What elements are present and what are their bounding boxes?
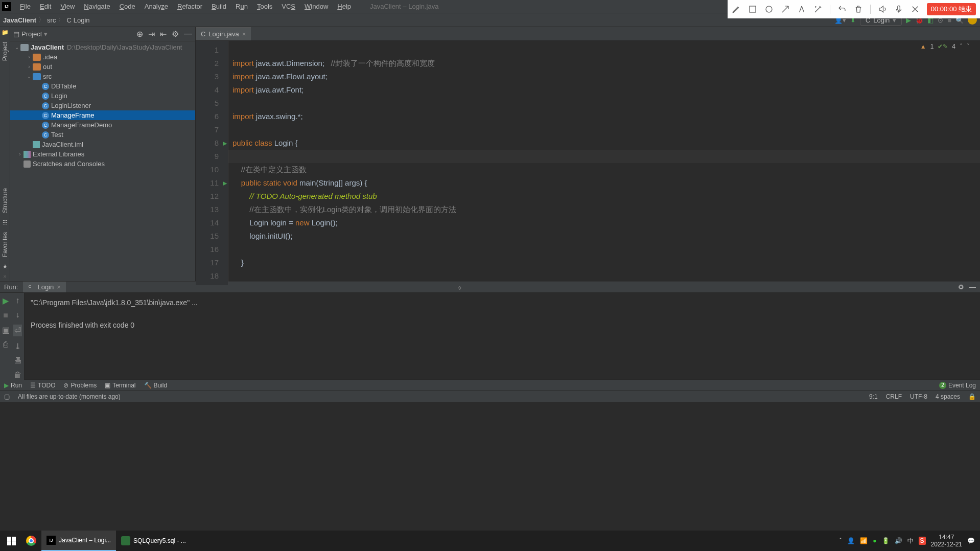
taskbar-chrome[interactable]	[21, 531, 41, 551]
menu-file[interactable]: File	[15, 1, 35, 12]
run-tab[interactable]: C Login ×	[23, 282, 65, 292]
menu-view[interactable]: View	[56, 1, 79, 12]
pencil-icon[interactable]	[732, 5, 741, 14]
project-tab[interactable]: Project	[1, 39, 10, 64]
volume-icon[interactable]	[878, 5, 887, 14]
favorites-icon[interactable]: ★	[3, 263, 8, 270]
layout-icon[interactable]: ▣	[2, 325, 10, 335]
down-icon[interactable]: ↓	[16, 310, 20, 319]
crumb-project[interactable]: JavaClient	[3, 16, 36, 24]
trash-icon[interactable]	[854, 5, 863, 14]
tree-class-login[interactable]: CLogin	[10, 91, 195, 101]
taskbar-intellij[interactable]: IJJavaClient – Logi...	[41, 531, 116, 551]
menu-vcs[interactable]: VCS	[277, 1, 300, 12]
tree-class-manageframe[interactable]: CManageFrame	[10, 110, 195, 120]
menu-edit[interactable]: Edit	[35, 1, 56, 12]
run-gutter-icon[interactable]: ▶	[223, 136, 227, 150]
sogou-icon[interactable]: S	[919, 537, 926, 545]
tree-folder-src[interactable]: ⌄ src	[10, 72, 195, 81]
gutter[interactable]: 123456789101112131415161718 ▶ ▶	[196, 41, 228, 285]
tree-scratches[interactable]: Scratches and Consoles	[10, 159, 195, 169]
menu-run[interactable]: Run	[231, 1, 252, 12]
drag-handle-icon[interactable]: ⬨	[457, 283, 462, 292]
crumb-file[interactable]: Login	[74, 16, 90, 24]
collapse-icon[interactable]: »	[3, 273, 6, 279]
wand-icon[interactable]	[813, 5, 823, 14]
tree-root[interactable]: ⌄ JavaClient D:\Desktop\Daily\JavaStudy\…	[10, 42, 195, 52]
code-content[interactable]: import java.awt.Dimension; //封装了一个构件的高度和…	[228, 41, 980, 285]
volume-icon[interactable]: 🔊	[895, 537, 902, 544]
tree-external-libs[interactable]: ›External Libraries	[10, 149, 195, 159]
tree-folder-out[interactable]: › out	[10, 62, 195, 72]
wifi-icon[interactable]: 📶	[860, 537, 868, 544]
encoding[interactable]: UTF-8	[910, 393, 927, 400]
code-editor[interactable]: ▲1 ✔✎4 ˄ ˅ 123456789101112131415161718 ▶…	[196, 41, 980, 285]
run-output[interactable]: "C:\Program Files\Java\jdk1.8.0_351\bin\…	[25, 293, 980, 380]
taskbar-clock[interactable]: 14:47 2022-12-21	[931, 534, 962, 548]
text-icon[interactable]	[797, 5, 806, 14]
square-icon[interactable]	[748, 5, 757, 14]
tree-iml[interactable]: JavaClient.iml	[10, 140, 195, 149]
crumb-src[interactable]: src	[47, 16, 56, 24]
battery-icon[interactable]: 🔋	[882, 537, 890, 544]
tab-build[interactable]: 🔨Build	[144, 382, 168, 389]
scroll-icon[interactable]: ⤓	[14, 341, 21, 351]
hide-icon[interactable]: —	[184, 29, 192, 39]
editor-tab-login[interactable]: C Login.java ×	[196, 27, 251, 40]
run-gutter-icon[interactable]: ▶	[223, 176, 227, 190]
tab-terminal[interactable]: ▣Terminal	[105, 382, 135, 389]
tab-problems[interactable]: ⊘Problems	[63, 382, 97, 389]
menu-code[interactable]: Code	[115, 1, 140, 12]
tree-folder-idea[interactable]: › .idea	[10, 52, 195, 62]
wechat-icon[interactable]: ●	[873, 537, 876, 544]
print-icon[interactable]: 🖶	[14, 356, 22, 365]
menu-build[interactable]: Build	[207, 1, 231, 12]
caret-position[interactable]: 9:1	[869, 393, 878, 400]
line-separator[interactable]: CRLF	[886, 393, 902, 400]
menu-help[interactable]: Help	[333, 1, 356, 12]
favorites-tab[interactable]: Favorites	[1, 229, 10, 260]
chevron-up-icon[interactable]: ˄	[960, 43, 963, 50]
tree-class-dbtable[interactable]: CDBTable	[10, 81, 195, 91]
tab-todo[interactable]: ☰TODO	[30, 382, 55, 389]
tray-app-icon[interactable]: 👤	[847, 537, 855, 544]
lock-icon[interactable]: 🔒	[968, 393, 976, 400]
menu-navigate[interactable]: Navigate	[79, 1, 114, 12]
expand-icon[interactable]: ⇥	[148, 29, 155, 39]
wrap-icon[interactable]: ⏎	[13, 325, 22, 336]
close-tab-icon[interactable]: ×	[242, 30, 246, 38]
trash-icon[interactable]: 🗑	[14, 371, 22, 380]
indent[interactable]: 4 spaces	[936, 393, 960, 400]
target-icon[interactable]: ⊕	[136, 29, 143, 39]
recorder-timer[interactable]: 00:00:00 结束	[927, 3, 976, 15]
structure-tab[interactable]: Structure	[1, 185, 10, 216]
project-tab-icon[interactable]: 📁	[2, 29, 9, 36]
close-icon[interactable]	[911, 5, 920, 14]
circle-icon[interactable]	[764, 5, 774, 14]
rerun-icon[interactable]: ▶	[3, 296, 9, 306]
menu-analyze[interactable]: Analyze	[140, 1, 173, 12]
tree-class-manageframedemo[interactable]: CManageFrameDemo	[10, 120, 195, 130]
close-icon[interactable]: ×	[57, 283, 61, 291]
tab-run[interactable]: ▶Run	[4, 382, 22, 389]
project-title[interactable]: ▤ Project ▾	[13, 30, 48, 38]
menu-window[interactable]: Window	[300, 1, 333, 12]
notifications-icon[interactable]: 💬	[967, 537, 975, 544]
undo-icon[interactable]	[837, 5, 847, 14]
arrow-icon[interactable]	[781, 5, 790, 14]
chevron-down-icon[interactable]: ˅	[967, 43, 970, 50]
ime-indicator[interactable]: 中	[907, 537, 914, 545]
tray-chevron-icon[interactable]: ˄	[839, 537, 842, 544]
structure-icon[interactable]: ☷	[3, 219, 8, 226]
inspection-widget[interactable]: ▲1 ✔✎4 ˄ ˅	[920, 43, 970, 50]
tree-class-loginlistener[interactable]: CLoginListener	[10, 101, 195, 110]
gear-icon[interactable]: ⚙	[172, 29, 179, 39]
menu-tools[interactable]: Tools	[252, 1, 277, 12]
up-icon[interactable]: ↑	[16, 296, 20, 305]
tree-class-test[interactable]: CTest	[10, 130, 195, 140]
stop-icon[interactable]: ■	[3, 311, 8, 320]
pin-icon[interactable]: ⎙	[3, 340, 8, 349]
menu-refactor[interactable]: Refactor	[173, 1, 207, 12]
tab-event-log[interactable]: 2Event Log	[939, 382, 976, 389]
taskbar-sql[interactable]: SQLQuery5.sql - ...	[116, 531, 191, 551]
